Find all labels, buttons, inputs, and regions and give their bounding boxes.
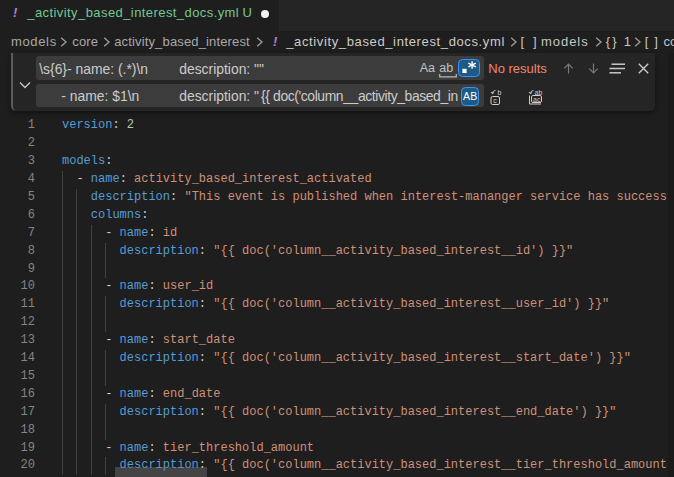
svg-text:b: b <box>498 89 502 96</box>
svg-text:c: c <box>493 97 497 104</box>
svg-text:ac: ac <box>533 96 541 103</box>
